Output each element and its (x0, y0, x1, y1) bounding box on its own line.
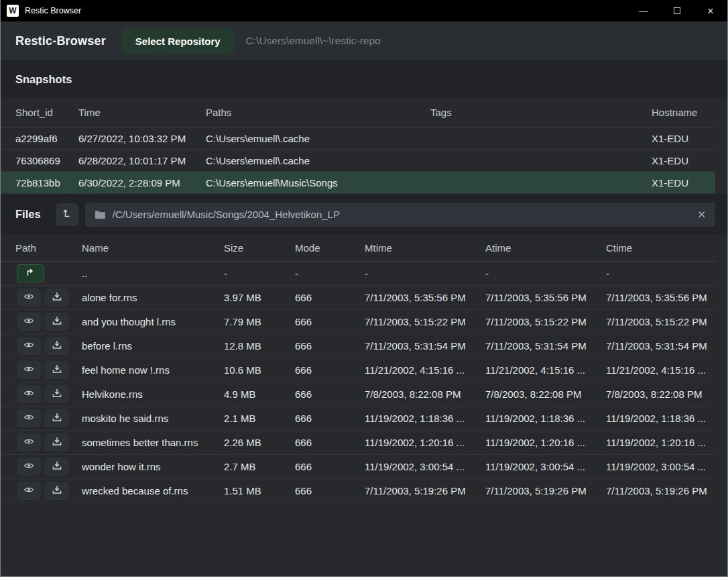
file-atime: 11/19/2002, 1:20:16 ... (485, 437, 606, 448)
preview-file-button[interactable] (17, 337, 41, 355)
file-name: Helvikone.rns (82, 388, 224, 400)
file-row: wonder how it.rns 2.7 MB 666 11/19/2002,… (1, 455, 715, 479)
download-icon (52, 291, 62, 304)
parent-atime: - (485, 268, 606, 279)
column-header-path: Path (15, 242, 82, 254)
download-file-button[interactable] (45, 482, 69, 500)
parent-mode: - (295, 268, 365, 279)
file-ctime: 11/19/2002, 1:18:36 ... (606, 413, 715, 424)
download-icon (52, 315, 62, 328)
file-mtime: 7/11/2003, 5:19:26 PM (365, 485, 485, 496)
file-mtime: 7/11/2003, 5:31:54 PM (365, 340, 485, 352)
files-table-body: alone for.rns 3.97 MB 666 7/11/2003, 5:3… (1, 286, 715, 503)
download-file-button[interactable] (45, 385, 69, 403)
eye-icon (23, 484, 34, 497)
download-file-button[interactable] (45, 458, 69, 476)
parent-ctime: - (606, 268, 715, 279)
minimize-button[interactable]: — (627, 0, 660, 21)
file-atime: 7/11/2003, 5:35:56 PM (485, 292, 606, 303)
maximize-button[interactable] (660, 0, 694, 21)
file-mode: 666 (295, 340, 365, 352)
column-header-time: Time (78, 107, 206, 118)
file-ctime: 7/11/2003, 5:31:54 PM (606, 340, 715, 352)
files-section-header: Files /C/Users/emuell/Music/Songs/2004_H… (1, 194, 727, 235)
preview-file-button[interactable] (17, 313, 41, 331)
file-size: 2.7 MB (224, 461, 295, 472)
current-path-text: /C/Users/emuell/Music/Songs/2004_Helveti… (113, 209, 340, 220)
app-logo-icon: W (7, 5, 19, 17)
download-file-button[interactable] (45, 337, 69, 355)
download-icon (52, 460, 62, 473)
file-mode: 666 (295, 437, 365, 448)
column-header-atime: Atime (485, 242, 606, 254)
close-button[interactable]: ✕ (694, 0, 727, 21)
goto-root-button[interactable] (56, 203, 78, 226)
file-size: 2.26 MB (224, 437, 295, 448)
app-header: Restic-Browser Select Repository C:\User… (1, 21, 727, 60)
file-mtime: 7/11/2003, 5:35:56 PM (365, 292, 485, 303)
eye-icon (23, 291, 34, 304)
file-ctime: 11/21/2002, 4:15:16 ... (606, 364, 715, 376)
snapshots-table-body: a2299af6 6/27/2022, 10:03:32 PM C:\Users… (1, 127, 715, 194)
file-ctime: 7/11/2003, 5:19:26 PM (606, 485, 715, 496)
file-atime: 7/11/2003, 5:15:22 PM (485, 316, 606, 327)
file-mode: 666 (295, 364, 365, 376)
file-atime: 7/11/2003, 5:19:26 PM (485, 485, 606, 496)
snapshot-row[interactable]: 72b813bb 6/30/2022, 2:28:09 PM C:\Users\… (1, 172, 715, 194)
file-row: Helvikone.rns 4.9 MB 666 7/8/2003, 8:22:… (1, 382, 715, 407)
preview-file-button[interactable] (17, 482, 41, 500)
column-header-paths: Paths (206, 107, 430, 118)
file-name: and you thought l.rns (82, 316, 224, 327)
snapshots-table-header: Short_id Time Paths Tags Hostname (1, 98, 715, 127)
preview-file-button[interactable] (17, 288, 41, 307)
app-title: Restic-Browser (15, 34, 106, 48)
download-icon (52, 412, 62, 425)
eye-icon (23, 460, 34, 473)
file-row: before l.rns 12.8 MB 666 7/11/2003, 5:31… (1, 334, 715, 358)
preview-file-button[interactable] (17, 458, 41, 476)
snapshot-row[interactable]: 76306869 6/28/2022, 10:01:17 PM C:\Users… (1, 150, 715, 172)
download-file-button[interactable] (45, 288, 69, 307)
file-mode: 666 (295, 388, 365, 400)
file-row: and you thought l.rns 7.79 MB 666 7/11/2… (1, 310, 715, 334)
file-mtime: 11/19/2002, 1:18:36 ... (365, 413, 485, 424)
snapshot-row[interactable]: a2299af6 6/27/2022, 10:03:32 PM C:\Users… (1, 127, 715, 150)
eye-icon (23, 436, 34, 449)
file-atime: 11/19/2002, 3:00:54 ... (485, 461, 606, 472)
download-file-button[interactable] (45, 433, 69, 452)
file-name: alone for.rns (82, 292, 224, 303)
download-file-button[interactable] (45, 313, 69, 331)
file-atime: 7/8/2003, 8:22:08 PM (485, 388, 606, 400)
preview-file-button[interactable] (17, 361, 41, 379)
file-atime: 11/19/2002, 1:18:36 ... (485, 413, 606, 424)
download-file-button[interactable] (45, 409, 69, 427)
up-directory-button[interactable] (17, 264, 44, 282)
snapshot-short-id: 72b813bb (15, 177, 78, 189)
snapshot-hostname: X1-EDU (652, 155, 715, 166)
close-icon: ✕ (707, 6, 715, 16)
select-repository-button[interactable]: Select Repository (122, 28, 234, 54)
preview-file-button[interactable] (17, 433, 41, 452)
file-ctime: 11/19/2002, 1:20:16 ... (606, 437, 715, 448)
clear-path-button[interactable]: ✕ (697, 209, 706, 221)
repository-path: C:\Users\emuell\~\restic-repo (246, 35, 381, 47)
snapshot-hostname: X1-EDU (652, 133, 715, 144)
download-file-button[interactable] (45, 361, 69, 379)
file-size: 12.8 MB (224, 340, 295, 352)
parent-directory-row: .. - - - - - (1, 262, 715, 286)
download-icon (52, 364, 62, 376)
file-mtime: 7/11/2003, 5:15:22 PM (365, 316, 485, 327)
preview-file-button[interactable] (17, 409, 41, 427)
column-header-ctime: Ctime (606, 242, 715, 254)
file-size: 1.51 MB (224, 485, 295, 496)
preview-file-button[interactable] (17, 385, 41, 403)
file-atime: 7/11/2003, 5:31:54 PM (485, 340, 606, 352)
file-name: feel home now !.rns (82, 364, 224, 376)
minimize-icon: — (640, 6, 648, 16)
current-path-bar[interactable]: /C/Users/emuell/Music/Songs/2004_Helveti… (85, 203, 715, 227)
file-size: 10.6 MB (224, 364, 295, 376)
file-mtime: 11/19/2002, 1:20:16 ... (365, 437, 485, 448)
snapshot-time: 6/30/2022, 2:28:09 PM (78, 177, 206, 189)
file-ctime: 7/11/2003, 5:15:22 PM (606, 316, 715, 327)
snapshot-time: 6/27/2022, 10:03:32 PM (78, 133, 206, 144)
